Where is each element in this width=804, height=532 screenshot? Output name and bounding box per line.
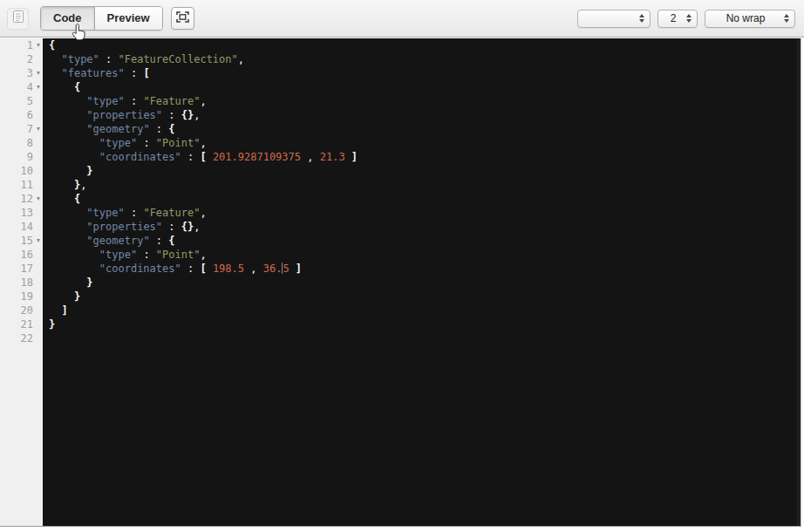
code-line[interactable]: "type" : "Feature", (43, 206, 796, 220)
code-line[interactable]: "properties" : {}, (43, 108, 796, 122)
code-line[interactable]: "coordinates" : [ 198.5 , 36.5 ] (43, 262, 796, 276)
line-number[interactable]: 6 (0, 108, 43, 122)
code-line[interactable]: "type" : "Point", (43, 136, 796, 150)
line-number[interactable]: 5 (0, 94, 43, 108)
wrap-select[interactable]: No wrap (705, 10, 795, 28)
line-number[interactable]: 2 (0, 52, 43, 66)
line-number[interactable]: 1 (0, 38, 43, 52)
fold-marker-icon[interactable] (37, 127, 40, 131)
code-line[interactable]: } (43, 290, 796, 304)
code-line[interactable]: { (43, 38, 796, 52)
stepper-arrows-icon (686, 14, 692, 23)
line-number[interactable]: 10 (0, 164, 43, 178)
document-icon (12, 10, 24, 27)
expand-button[interactable] (171, 7, 194, 30)
gutter: 12345678910111213141516171819202122 (0, 38, 43, 526)
code-line[interactable]: } (43, 317, 796, 331)
tab-code[interactable]: Code (41, 7, 94, 30)
indent-select[interactable]: 2 (658, 10, 698, 28)
line-number[interactable]: 7 (0, 122, 43, 136)
code-line[interactable]: "type" : "Feature", (43, 94, 796, 108)
line-number[interactable]: 20 (0, 304, 43, 317)
code-line[interactable]: ] (43, 304, 796, 317)
code-line[interactable]: "geometry" : { (43, 122, 796, 136)
line-number[interactable]: 22 (0, 331, 43, 345)
line-number[interactable]: 14 (0, 220, 43, 234)
code-line[interactable]: } (43, 276, 796, 290)
indent-select-value: 2 (671, 12, 677, 24)
vertical-scrollbar[interactable] (797, 38, 801, 526)
mode-switcher: Code Preview (40, 6, 163, 31)
fold-marker-icon[interactable] (37, 85, 40, 89)
line-number[interactable]: 21 (0, 317, 43, 331)
expand-icon (176, 10, 189, 26)
fold-marker-icon[interactable] (37, 72, 40, 75)
line-number[interactable]: 16 (0, 248, 43, 262)
fold-marker-icon[interactable] (37, 239, 40, 242)
code-line[interactable]: "type" : "FeatureCollection", (43, 52, 796, 66)
tab-preview[interactable]: Preview (94, 7, 162, 30)
line-number[interactable]: 15 (0, 234, 43, 248)
line-number[interactable]: 17 (0, 262, 43, 276)
code-line[interactable]: "type" : "Point", (43, 248, 796, 262)
line-number[interactable]: 18 (0, 276, 43, 290)
line-number[interactable]: 11 (0, 178, 43, 192)
code-line[interactable]: { (43, 80, 796, 94)
code-line[interactable]: } (43, 164, 796, 178)
code-line[interactable]: "geometry" : { (43, 234, 796, 248)
code-line[interactable]: "features" : [ (43, 66, 796, 80)
code-line[interactable]: "properties" : {}, (43, 220, 796, 234)
code-lines[interactable]: { "type" : "FeatureCollection", "feature… (43, 38, 796, 526)
document-button[interactable] (7, 8, 29, 30)
code-line[interactable]: "coordinates" : [ 201.9287109375 , 21.3 … (43, 150, 796, 164)
line-number[interactable]: 8 (0, 136, 43, 150)
code-editor[interactable]: 12345678910111213141516171819202122 { "t… (0, 38, 801, 527)
code-line[interactable]: }, (43, 178, 796, 192)
fold-marker-icon[interactable] (37, 44, 40, 47)
wrap-select-value: No wrap (726, 12, 766, 24)
line-number[interactable]: 4 (0, 80, 43, 94)
empty-select[interactable] (577, 10, 651, 28)
toolbar-right-group: 2 No wrap (577, 10, 795, 28)
line-number[interactable]: 13 (0, 206, 43, 220)
code-line[interactable] (43, 331, 796, 345)
line-number[interactable]: 12 (0, 192, 43, 206)
stepper-arrows-icon (639, 14, 644, 23)
line-number[interactable]: 9 (0, 150, 43, 164)
stepper-arrows-icon (784, 14, 789, 23)
line-number[interactable]: 3 (0, 66, 43, 80)
toolbar: Code Preview 2 No wrap (0, 0, 804, 38)
code-line[interactable]: { (43, 192, 796, 206)
fold-marker-icon[interactable] (37, 197, 40, 201)
line-number[interactable]: 19 (0, 290, 43, 304)
